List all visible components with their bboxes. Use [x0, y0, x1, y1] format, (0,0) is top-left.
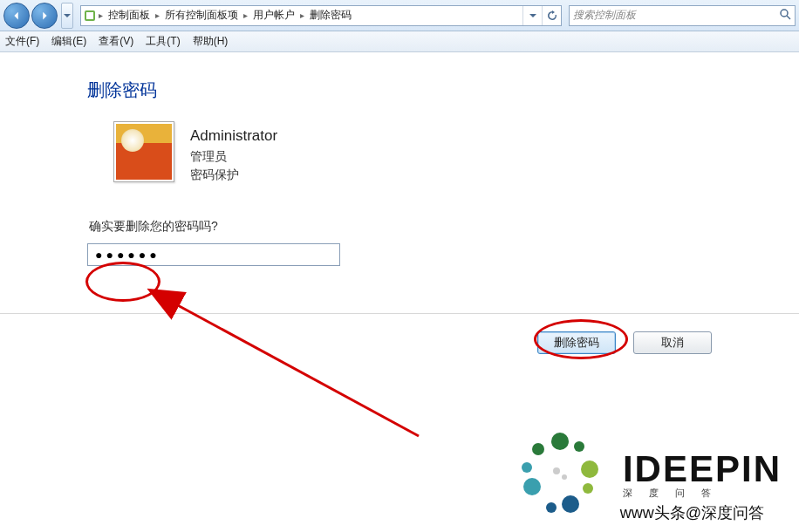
page-title: 删除密码 [87, 78, 799, 102]
breadcrumb-item[interactable]: 用户帐户 [248, 8, 300, 23]
cancel-button[interactable]: 取消 [633, 331, 712, 354]
menu-file[interactable]: 文件(F) [5, 34, 39, 49]
nav-history-dropdown[interactable] [61, 3, 73, 29]
user-name: Administrator [190, 125, 277, 147]
user-avatar [113, 121, 174, 182]
avatar-image [116, 124, 172, 180]
back-button[interactable] [3, 3, 30, 29]
button-label: 取消 [661, 335, 684, 351]
content-area: 删除密码 Administrator 管理员 密码保护 确实要删除您的密码吗? [0, 52, 799, 314]
swirl-logo-icon [511, 426, 607, 522]
address-dropdown[interactable] [522, 6, 542, 25]
brand-text: IDEEPIN 深 度 问 答 [623, 448, 782, 500]
attribution-text: www头条@深度问答 [620, 502, 764, 523]
control-panel-icon [81, 10, 99, 22]
search-icon [779, 8, 791, 23]
nav-buttons [3, 3, 58, 29]
brand-name: IDEEPIN [623, 448, 782, 490]
arrow-right-icon [38, 10, 51, 22]
breadcrumb: ▸ 控制面板 ▸ 所有控制面板项 ▸ 用户帐户 ▸ 删除密码 [99, 8, 522, 23]
refresh-button[interactable] [542, 6, 561, 25]
arrow-left-icon [10, 10, 23, 22]
user-role: 管理员 [190, 147, 277, 166]
refresh-icon [547, 10, 557, 21]
menu-bar: 文件(F) 编辑(E) 查看(V) 工具(T) 帮助(H) [0, 31, 799, 52]
address-bar[interactable]: ▸ 控制面板 ▸ 所有控制面板项 ▸ 用户帐户 ▸ 删除密码 [80, 5, 562, 26]
button-label: 删除密码 [554, 335, 599, 351]
breadcrumb-item[interactable]: 控制面板 [103, 8, 155, 23]
breadcrumb-item[interactable]: 删除密码 [304, 8, 357, 23]
search-placeholder: 搜索控制面板 [573, 8, 636, 23]
user-block: Administrator 管理员 密码保护 [113, 121, 799, 184]
menu-edit[interactable]: 编辑(E) [51, 34, 86, 49]
password-input[interactable] [87, 243, 340, 266]
chevron-down-icon [64, 12, 71, 19]
breadcrumb-item[interactable]: 所有控制面板项 [160, 8, 243, 23]
svg-rect-1 [86, 12, 93, 19]
action-row: 删除密码 取消 [0, 314, 799, 354]
confirm-label: 确实要删除您的密码吗? [89, 219, 799, 235]
delete-password-button[interactable]: 删除密码 [537, 331, 616, 354]
menu-view[interactable]: 查看(V) [99, 34, 133, 49]
svg-point-2 [781, 10, 788, 17]
user-info: Administrator 管理员 密码保护 [190, 121, 277, 184]
menu-help[interactable]: 帮助(H) [193, 34, 229, 49]
svg-line-3 [787, 16, 790, 19]
forward-button[interactable] [31, 3, 58, 29]
explorer-toolbar: ▸ 控制面板 ▸ 所有控制面板项 ▸ 用户帐户 ▸ 删除密码 搜索控制面板 [0, 0, 799, 31]
menu-tools[interactable]: 工具(T) [146, 34, 180, 49]
chevron-down-icon [529, 12, 536, 19]
search-input[interactable]: 搜索控制面板 [569, 5, 796, 26]
user-protect: 密码保护 [190, 166, 277, 184]
